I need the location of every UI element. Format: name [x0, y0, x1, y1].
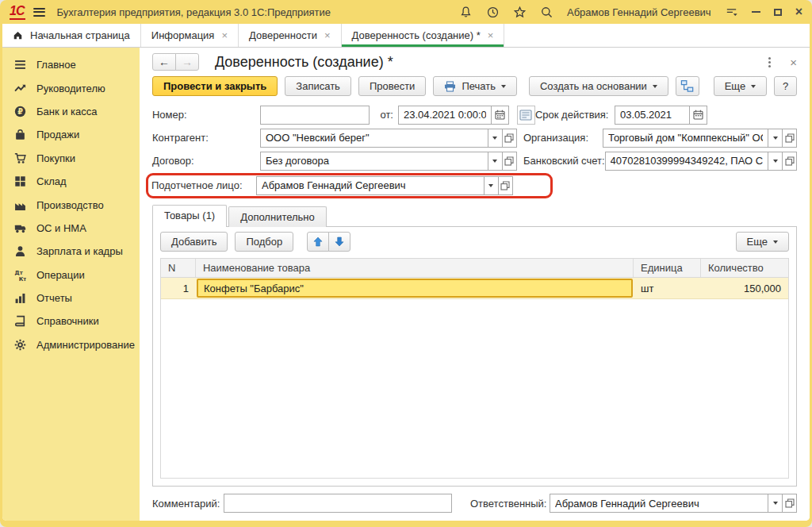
truck-icon: [14, 222, 27, 234]
help-button[interactable]: ?: [774, 76, 797, 96]
sidebar-item-salary-hr[interactable]: Зарплата и кадры: [2, 240, 140, 263]
contract-dropdown-button[interactable]: [488, 152, 503, 171]
move-row-up-button[interactable]: [307, 232, 329, 252]
dropdown-caret-icon: [773, 137, 778, 140]
counterparty-label: Контрагент:: [152, 132, 260, 144]
table-row[interactable]: 1 Конфеты "Барбарис" шт 150,000: [161, 278, 788, 299]
sidebar-item-directories[interactable]: Справочники: [2, 310, 140, 333]
bank-account-dropdown-button[interactable]: [768, 152, 783, 171]
accountable-person-dropdown-button[interactable]: [484, 176, 499, 195]
dropdown-caret-icon: [501, 85, 506, 88]
col-unit-header[interactable]: Единица: [634, 259, 701, 277]
nav-back-button[interactable]: ←: [152, 53, 176, 71]
tab-power-of-attorney-new[interactable]: Доверенность (создание) * ×: [342, 24, 505, 47]
col-name-header[interactable]: Наименование товара: [196, 259, 634, 277]
goods-more-button[interactable]: Еще: [736, 232, 789, 252]
maximize-button[interactable]: [774, 9, 782, 16]
row-unit-cell[interactable]: шт: [634, 278, 701, 298]
add-row-button[interactable]: Добавить: [160, 232, 228, 252]
organization-input[interactable]: [603, 129, 768, 148]
favorites-star-icon[interactable]: [513, 6, 527, 19]
col-qty-header[interactable]: Количество: [701, 259, 788, 277]
search-icon[interactable]: [540, 6, 553, 19]
current-user[interactable]: Абрамов Геннадий Сергеевич: [567, 6, 711, 18]
comment-input[interactable]: [224, 494, 452, 513]
sidebar-item-warehouse[interactable]: Склад: [2, 170, 140, 193]
dropdown-caret-icon: [751, 85, 756, 88]
goods-panel: Добавить Подбор Еще: [152, 226, 797, 487]
save-button[interactable]: Записать: [285, 76, 351, 96]
selected-cell[interactable]: Конфеты "Барбарис": [197, 279, 633, 298]
sidebar-item-administration[interactable]: Администрирование: [2, 333, 140, 356]
date-input[interactable]: [398, 106, 492, 125]
valid-until-input[interactable]: [615, 106, 690, 125]
tab-close-icon[interactable]: ×: [221, 30, 228, 40]
tab-goods[interactable]: Товары (1): [152, 205, 227, 227]
sidebar-item-production[interactable]: Производство: [2, 193, 140, 216]
minimize-button[interactable]: [752, 11, 760, 13]
contract-input[interactable]: [260, 152, 488, 171]
row-qty-cell[interactable]: 150,000: [701, 278, 788, 298]
bank-account-open-button[interactable]: [782, 152, 797, 171]
organization-dropdown-button[interactable]: [768, 129, 783, 148]
tab-information[interactable]: Информация ×: [141, 24, 239, 47]
counterparty-open-button[interactable]: [502, 129, 517, 148]
sections-sidebar: Главное Руководителю ₽ Банк и касса Прод…: [2, 48, 140, 521]
counterparty-dropdown-button[interactable]: [488, 129, 503, 148]
create-based-on-button[interactable]: Создать на основании: [529, 76, 668, 96]
tab-additional[interactable]: Дополнительно: [228, 206, 327, 227]
trend-arrow-icon: [14, 83, 27, 94]
window-close-button[interactable]: ×: [795, 6, 802, 18]
responsible-dropdown-button[interactable]: [768, 494, 783, 513]
sidebar-item-operations[interactable]: ДтКт Операции: [2, 264, 140, 287]
responsible-label: Ответственный:: [470, 498, 550, 510]
form-title: Доверенность (создание) *: [215, 54, 393, 71]
tab-close-icon[interactable]: ×: [324, 30, 331, 40]
sidebar-item-purchases[interactable]: Покупки: [2, 147, 140, 170]
document-tabs: Товары (1) Дополнительно: [140, 201, 810, 226]
organization-label: Организация:: [523, 132, 603, 144]
responsible-input[interactable]: [550, 494, 768, 513]
bank-account-input[interactable]: [605, 152, 768, 171]
history-icon[interactable]: [486, 6, 500, 19]
accountable-person-input[interactable]: [256, 176, 485, 195]
post-and-close-button[interactable]: Провести и закрыть: [152, 76, 278, 96]
notifications-bell-icon[interactable]: [459, 6, 473, 19]
more-button[interactable]: Еще: [714, 76, 767, 96]
sidebar-item-fixed-assets[interactable]: ОС и НМА: [2, 217, 140, 240]
service-menu-icon[interactable]: [725, 6, 738, 19]
move-row-down-button[interactable]: [328, 232, 350, 252]
nav-forward-button[interactable]: →: [175, 53, 199, 71]
sidebar-item-bank-cash[interactable]: ₽ Банк и касса: [2, 100, 140, 123]
list-icon: [519, 110, 532, 121]
counterparty-input[interactable]: [260, 129, 488, 148]
pick-button[interactable]: Подбор: [235, 232, 293, 252]
print-button[interactable]: Печать: [433, 76, 517, 96]
tab-close-icon[interactable]: ×: [488, 30, 494, 40]
form-menu-dots-icon[interactable]: [767, 56, 772, 69]
sidebar-item-manager[interactable]: Руководителю: [2, 76, 140, 99]
document-summary-button[interactable]: [517, 106, 535, 125]
dropdown-caret-icon: [773, 502, 778, 505]
organization-open-button[interactable]: [782, 129, 797, 148]
post-button[interactable]: Провести: [358, 76, 427, 96]
form-close-button[interactable]: ×: [790, 56, 797, 68]
app-window: 1С Бухгалтерия предприятия, редакция 3.0…: [0, 0, 812, 527]
row-name-cell[interactable]: Конфеты "Барбарис": [196, 278, 634, 298]
contract-open-button[interactable]: [502, 152, 517, 171]
debit-credit-icon: ДтКт: [14, 269, 27, 281]
sidebar-item-sales[interactable]: Продажи: [2, 123, 140, 146]
accountable-person-open-button[interactable]: [498, 176, 513, 195]
tab-home[interactable]: Начальная страница: [2, 24, 141, 47]
sidebar-item-reports[interactable]: Отчеты: [2, 287, 140, 310]
col-num-header[interactable]: N: [161, 259, 196, 277]
date-calendar-button[interactable]: [491, 106, 509, 125]
main-menu-icon[interactable]: [33, 8, 45, 17]
gear-icon: [14, 339, 27, 351]
valid-until-calendar-button[interactable]: [689, 106, 707, 125]
tab-powers-of-attorney[interactable]: Доверенности ×: [239, 24, 342, 47]
responsible-open-button[interactable]: [782, 494, 797, 513]
related-documents-button[interactable]: [676, 76, 699, 96]
number-input[interactable]: [260, 106, 370, 125]
sidebar-item-main[interactable]: Главное: [2, 53, 140, 76]
